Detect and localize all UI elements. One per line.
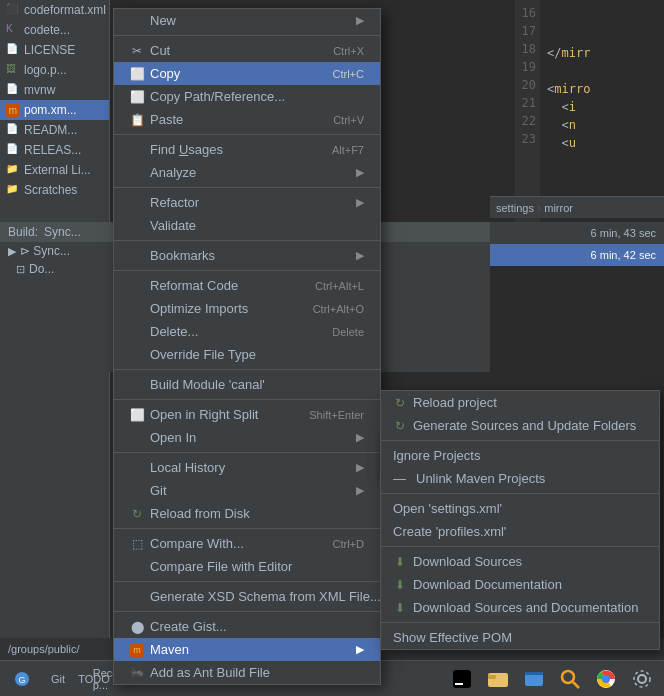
menu-item-open-right-split[interactable]: ⬜ Open in Right Split Shift+Enter [114,403,380,426]
menu-item-copy-path[interactable]: ⬜ Copy Path/Reference... [114,85,380,108]
maven-submenu: ↻ Reload project ↻ Generate Sources and … [380,390,660,650]
sidebar-item-mvnw[interactable]: 📄 mvnw [0,80,109,100]
maven-icon: m [130,643,144,657]
path-text: /groups/public/ [8,643,80,655]
menu-item-reformat[interactable]: Reformat Code Ctrl+Alt+L [114,274,380,297]
maven-generate-sources[interactable]: ↻ Generate Sources and Update Folders [381,414,659,437]
kotlin-icon: K [6,23,20,37]
maven-show-pom[interactable]: Show Effective POM [381,626,659,649]
menu-item-local-history[interactable]: Local History ▶ [114,456,380,479]
optimize-shortcut: Ctrl+Alt+O [313,303,364,315]
sidebar-item-license[interactable]: 📄 LICENSE [0,40,109,60]
maven-open-settings[interactable]: Open 'settings.xml' [381,497,659,520]
menu-item-create-gist[interactable]: ⬤ Create Gist... [114,615,380,638]
menu-item-reload-disk[interactable]: ↻ Reload from Disk [114,502,380,525]
sep-11 [114,611,380,612]
menu-item-analyze[interactable]: Analyze ▶ [114,161,380,184]
maven-sep-2 [381,493,659,494]
find-shortcut: Alt+F7 [332,144,364,156]
sidebar-item-codete[interactable]: K codete... [0,20,109,40]
png-icon: 🖼 [6,63,20,77]
delete-icon [130,325,144,339]
menu-item-optimize[interactable]: Optimize Imports Ctrl+Alt+O [114,297,380,320]
xsd-icon [130,590,144,604]
taskbar-folder-icon[interactable] [484,665,512,693]
sidebar-item-codeformat[interactable]: ⬛ codeformat.xml [0,0,109,20]
taskbar-browser-icon[interactable] [520,665,548,693]
sidebar-item-readme[interactable]: 📄 READM... [0,120,109,140]
maven-download-docs[interactable]: ⬇ Download Documentation [381,573,659,596]
svg-point-11 [602,675,610,683]
open-in-arrow: ▶ [356,431,364,444]
menu-item-new[interactable]: New ▶ [114,9,380,32]
taskbar-settings-icon[interactable] [628,665,656,693]
maven-create-profiles[interactable]: Create 'profiles.xml' [381,520,659,543]
script-icon: 📄 [6,83,20,97]
svg-point-12 [638,675,646,683]
refactor-icon [130,196,144,210]
menu-item-find-usages[interactable]: Find Usages Alt+F7 [114,138,380,161]
maven-sep-1 [381,440,659,441]
xml-icon: ⬛ [6,3,20,17]
copy-path-icon: ⬜ [130,90,144,104]
breadcrumb-sep1: › [537,200,541,215]
local-history-icon [130,461,144,475]
breadcrumb-settings: settings [496,202,534,214]
maven-download-sources[interactable]: ⬇ Download Sources [381,550,659,573]
sidebar-item-external[interactable]: 📁 External Li... [0,160,109,180]
menu-item-refactor[interactable]: Refactor ▶ [114,191,380,214]
menu-item-open-in[interactable]: Open In ▶ [114,426,380,449]
menu-item-build-module[interactable]: Build Module 'canal' [114,373,380,396]
sep-8 [114,452,380,453]
maven-generate-icon: ↻ [393,419,407,433]
menu-item-git[interactable]: Git ▶ [114,479,380,502]
svg-rect-3 [455,683,463,685]
sep-4 [114,240,380,241]
code-content: </mirr <mirro <i <n <u [543,4,664,152]
compare-editor-icon [130,560,144,574]
file-icon: 📄 [6,43,20,57]
taskbar-idea-icon[interactable] [448,665,476,693]
code-line-23: <u [543,134,664,152]
timing-text-2: 6 min, 42 sec [591,249,656,261]
menu-item-bookmarks[interactable]: Bookmarks ▶ [114,244,380,267]
taskbar-git-label[interactable]: Git [44,665,72,693]
menu-item-compare-editor[interactable]: Compare File with Editor [114,555,380,578]
maven-unlink[interactable]: — Unlink Maven Projects [381,467,659,490]
new-arrow: ▶ [356,14,364,27]
menu-item-ant-build[interactable]: 🐜 Add as Ant Build File [114,661,380,684]
menu-item-validate[interactable]: Validate [114,214,380,237]
menu-item-copy[interactable]: ⬜ Copy Ctrl+C [114,62,380,85]
sep-9 [114,528,380,529]
menu-item-override-filetype[interactable]: Override File Type [114,343,380,366]
github-icon: ⬤ [130,620,144,634]
build-icon [130,378,144,392]
sep-5 [114,270,380,271]
code-line-19 [543,62,664,80]
menu-item-maven[interactable]: m Maven ▶ [114,638,380,661]
taskbar-chrome-icon[interactable] [592,665,620,693]
sync-label: Sync... [44,225,81,239]
svg-point-8 [562,671,574,683]
build-label: Build: [8,225,38,239]
breadcrumb-mirror: mirror [544,202,573,214]
menu-item-cut[interactable]: ✂ Cut Ctrl+X [114,39,380,62]
menu-item-delete[interactable]: Delete... Delete [114,320,380,343]
menu-item-compare-with[interactable]: ⬚ Compare With... Ctrl+D [114,532,380,555]
taskbar-search-icon[interactable] [556,665,584,693]
sidebar-item-pom[interactable]: m pom.xm... [0,100,109,120]
taskbar-git-icon[interactable]: G [8,665,36,693]
timing-bar-2: 6 min, 42 sec [490,244,664,266]
sidebar-item-logo[interactable]: 🖼 logo.p... [0,60,109,80]
find-icon [130,143,144,157]
reload-icon: ↻ [130,507,144,521]
menu-item-generate-xsd[interactable]: Generate XSD Schema from XML File... [114,585,380,608]
maven-download-all[interactable]: ⬇ Download Sources and Documentation [381,596,659,619]
maven-ignore[interactable]: Ignore Projects [381,444,659,467]
maven-reload-project[interactable]: ↻ Reload project [381,391,659,414]
sidebar-item-scratches[interactable]: 📁 Scratches [0,180,109,200]
menu-item-paste[interactable]: 📋 Paste Ctrl+V [114,108,380,131]
delete-shortcut: Delete [332,326,364,338]
code-line-18: </mirr [543,44,664,62]
sidebar-item-release[interactable]: 📄 RELEAS... [0,140,109,160]
